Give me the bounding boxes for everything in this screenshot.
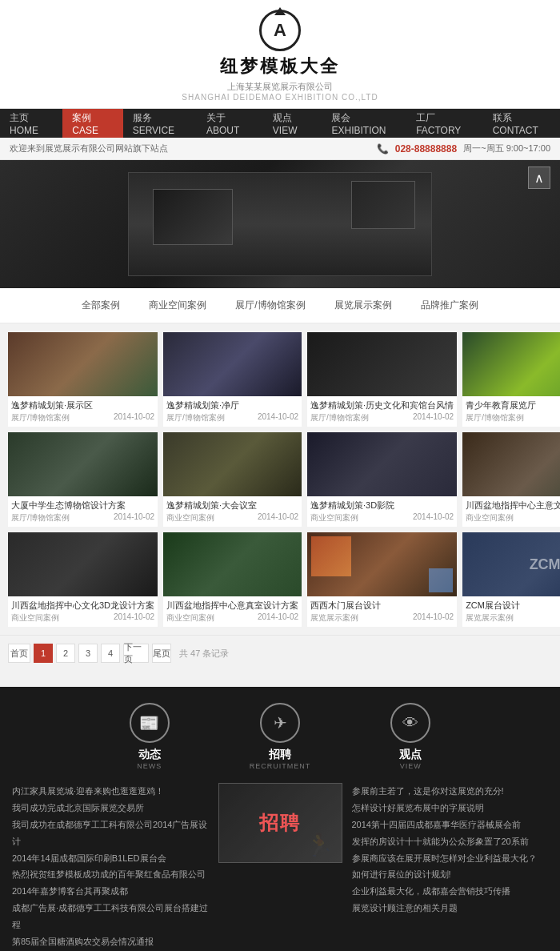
item-date: 2014-10-02: [258, 412, 298, 423]
nav-service[interactable]: 服务 SERVICE: [123, 109, 197, 138]
view-list: 参展前主若了，这是你对这展览的充分! 怎样设计好展览布展中的字展说明 2014第…: [352, 783, 549, 950]
item-date: 2014-10-02: [258, 612, 298, 624]
nav-home[interactable]: 主页 HOME: [0, 109, 62, 138]
logo-letter: A: [274, 20, 286, 41]
news-label: 动态: [130, 748, 170, 762]
filter-expo[interactable]: 展览展示案例: [330, 296, 397, 315]
view-item[interactable]: 发挥的房设计十十就能为公众形象置了20系前: [352, 833, 549, 850]
item-category: 展览展示案例: [310, 612, 358, 624]
bottom-recruit-section: ✈ 招聘 RECRUITMENT: [250, 703, 311, 770]
page-1[interactable]: 1: [34, 644, 53, 663]
gallery-item[interactable]: 川西盆地指挥中心主意文化建设设计方案 商业空间案例 2014-10-02: [462, 432, 560, 527]
news-item[interactable]: 我司成功完成北京国际展览交易所: [12, 800, 209, 817]
page-2[interactable]: 2: [56, 644, 75, 663]
gallery-item[interactable]: ZCM ZCM展台设计 展览展示案例 2014-10-02: [462, 532, 560, 627]
item-title: 逸梦精城划策·大会议室: [166, 500, 298, 512]
view-icon: 👁: [390, 703, 430, 743]
item-title: ZCM展台设计: [466, 600, 560, 612]
gallery-item[interactable]: 青少年教育展览厅 展厅/博物馆案例 2014-10-02: [462, 332, 560, 427]
recruit-image[interactable]: 招聘 🏃: [218, 783, 342, 950]
news-item[interactable]: 热烈祝贺纽梦模板成功成的百年聚红食品有限公司: [12, 866, 209, 883]
company-name-zh: 上海某某展览展示有限公司: [0, 81, 560, 93]
news-icon: 📰: [130, 703, 170, 743]
bottom-view-section: 👁 观点 VIEW: [390, 703, 430, 770]
filter-brand[interactable]: 品牌推广案例: [416, 296, 483, 315]
item-title: 川西盆地指挥中心主意文化建设设计方案: [466, 500, 560, 512]
filter-commercial[interactable]: 商业空间案例: [144, 296, 211, 315]
view-item[interactable]: 参展前主若了，这是你对这展览的充分!: [352, 783, 549, 800]
item-title: 逸梦精城划策·展示区: [11, 399, 154, 411]
view-item[interactable]: 怎样设计好展览布展中的字展说明: [352, 800, 549, 817]
item-category: 商业空间案例: [166, 612, 214, 624]
gallery-item[interactable]: 川西盆地指挥中心意真室设计方案 商业空间案例 2014-10-02: [163, 532, 302, 627]
page-4[interactable]: 4: [101, 644, 120, 663]
news-item[interactable]: 成都广告展·成都德亨工工科技有限公司展台搭建过程: [12, 900, 209, 933]
nav-about[interactable]: 关于 ABOUT: [197, 109, 263, 138]
view-item[interactable]: 参展商应该在展开展时怎样对企业利益最大化？: [352, 850, 549, 867]
item-date: 2014-10-02: [413, 512, 454, 524]
topbar-hours: 周一~周五 9:00~17:00: [463, 142, 550, 154]
view-item[interactable]: 展览设计顾注意的相关月题: [352, 900, 549, 917]
gallery-item[interactable]: 逸梦精城划策·历史文化和宾馆台风情 展厅/博物馆案例 2014-10-02: [307, 332, 457, 427]
page-total: 共 47 条记录: [179, 648, 229, 660]
page-first[interactable]: 首页: [8, 644, 30, 663]
bottom-section: 📰 动态 NEWS ✈ 招聘 RECRUITMENT 👁 观点 VIEW 内江家…: [0, 687, 560, 951]
view-item[interactable]: 如何进行展位的设计规划!: [352, 866, 549, 883]
filter-all[interactable]: 全部案例: [77, 296, 125, 315]
item-title: 青少年教育展览厅: [466, 399, 560, 411]
page-last[interactable]: 尾页: [152, 644, 171, 663]
nav-case[interactable]: 案例 CASE: [62, 109, 122, 138]
nav-exhibition[interactable]: 展会 EXHIBITION: [322, 109, 406, 138]
news-item[interactable]: 2014年嘉梦博客台其再聚成都: [12, 883, 209, 900]
view-label: 观点: [390, 748, 430, 762]
gallery-item[interactable]: 逸梦精城划策·3D影院 商业空间案例 2014-10-02: [307, 432, 457, 527]
page-next[interactable]: 下一页: [123, 644, 149, 663]
news-item[interactable]: 第85届全国糖酒购农交易会情况通报: [12, 933, 209, 950]
logo-icon: A: [259, 10, 301, 51]
view-item[interactable]: 企业利益最大化，成都嘉会营销技巧传播: [352, 883, 549, 900]
item-category: 商业空间案例: [166, 512, 214, 524]
gallery-item[interactable]: 大厦中学生态博物馆设计方案 展厅/博物馆案例 2014-10-02: [8, 432, 158, 527]
recruit-icon: ✈: [260, 703, 300, 743]
view-label-en: VIEW: [390, 762, 430, 770]
gallery-item[interactable]: 逸梦精城划策·展示区 展厅/博物馆案例 2014-10-02: [8, 332, 158, 427]
item-category: 商业空间案例: [310, 512, 358, 524]
item-title: 逸梦精城划策·历史文化和宾馆台风情: [310, 399, 454, 411]
scroll-up-button[interactable]: ∧: [528, 167, 550, 189]
header: A 纽梦模板大全 上海某某展览展示有限公司 SHANGHAI DEIDEMAO …: [0, 0, 560, 109]
item-title: 逸梦精城划策·净厅: [166, 399, 298, 411]
item-date: 2014-10-02: [114, 412, 154, 423]
nav-factory[interactable]: 工厂 FACTORY: [406, 109, 483, 138]
news-item[interactable]: 内江家具展览城·迎春来购也逛逛逛鸡！: [12, 783, 209, 800]
phone-icon: 📞: [377, 143, 389, 154]
item-title: 川西盆地指挥中心意真室设计方案: [166, 600, 298, 612]
item-date: 2014-10-02: [258, 512, 298, 524]
news-item[interactable]: 2014年14届成都国际印刷B1LED展台会: [12, 850, 209, 867]
gallery-item[interactable]: 逸梦精城划策·大会议室 商业空间案例 2014-10-02: [163, 432, 302, 527]
gallery-item[interactable]: 川西盆地指挥中心文化3D龙设计方案 商业空间案例 2014-10-02: [8, 532, 158, 627]
news-item[interactable]: 我司成功在成都德亨工工科有限公司2014广告展设计: [12, 817, 209, 850]
topbar: 欢迎来到展览展示有限公司网站旗下站点 📞 028-88888888 周一~周五 …: [0, 138, 560, 160]
item-title: 西西木门展台设计: [310, 600, 454, 612]
item-category: 展览展示案例: [466, 612, 514, 624]
gallery-item[interactable]: 西西木门展台设计 展览展示案例 2014-10-02: [307, 532, 457, 627]
item-date: 2014-10-02: [114, 512, 154, 524]
news-label-en: NEWS: [130, 762, 170, 770]
news-list: 内江家具展览城·迎春来购也逛逛逛鸡！ 我司成功完成北京国际展览交易所 我司成功在…: [12, 783, 209, 950]
topbar-phone: 028-88888888: [395, 143, 457, 154]
gallery-item[interactable]: 逸梦精城划策·净厅 展厅/博物馆案例 2014-10-02: [163, 332, 302, 427]
item-category: 展厅/博物馆案例: [11, 512, 70, 524]
item-category: 展厅/博物馆案例: [310, 412, 369, 423]
recruit-label: 招聘: [250, 748, 311, 762]
filter-tabs: 全部案例 商业空间案例 展厅/博物馆案例 展览展示案例 品牌推广案例: [0, 288, 560, 324]
filter-hall[interactable]: 展厅/博物馆案例: [230, 296, 310, 315]
nav-contact[interactable]: 联系 CONTACT: [483, 109, 560, 138]
page-3[interactable]: 3: [78, 644, 98, 663]
item-category: 展厅/博物馆案例: [466, 412, 524, 423]
pagination: 首页 1 2 3 4 下一页 尾页 共 47 条记录: [0, 635, 560, 671]
main-nav: 主页 HOME 案例 CASE 服务 SERVICE 关于 ABOUT 观点 V…: [0, 109, 560, 138]
nav-view[interactable]: 观点 VIEW: [263, 109, 322, 138]
view-item[interactable]: 2014第十四届四成都嘉事华医疗器械展会前: [352, 817, 549, 833]
item-date: 2014-10-02: [413, 612, 454, 624]
item-title: 大厦中学生态博物馆设计方案: [11, 500, 154, 512]
